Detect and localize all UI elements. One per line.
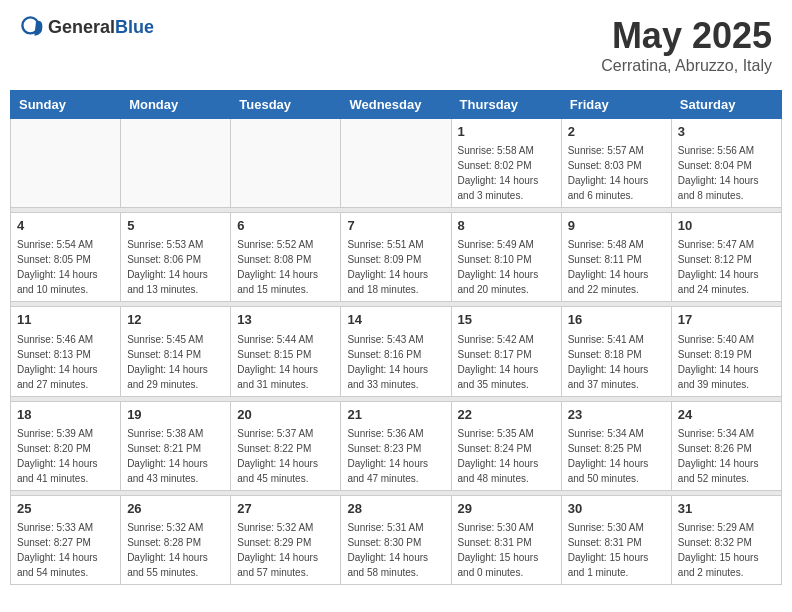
day-info: Sunrise: 5:39 AM Sunset: 8:20 PM Dayligh… [17,426,114,486]
week-row-3: 11Sunrise: 5:46 AM Sunset: 8:13 PM Dayli… [11,307,782,396]
day-number: 10 [678,217,775,235]
table-row: 31Sunrise: 5:29 AM Sunset: 8:32 PM Dayli… [671,495,781,584]
day-number: 20 [237,406,334,424]
table-row: 4Sunrise: 5:54 AM Sunset: 8:05 PM Daylig… [11,213,121,302]
table-row: 6Sunrise: 5:52 AM Sunset: 8:08 PM Daylig… [231,213,341,302]
day-info: Sunrise: 5:58 AM Sunset: 8:02 PM Dayligh… [458,143,555,203]
table-row: 13Sunrise: 5:44 AM Sunset: 8:15 PM Dayli… [231,307,341,396]
table-row: 17Sunrise: 5:40 AM Sunset: 8:19 PM Dayli… [671,307,781,396]
day-info: Sunrise: 5:41 AM Sunset: 8:18 PM Dayligh… [568,332,665,392]
table-row: 3Sunrise: 5:56 AM Sunset: 8:04 PM Daylig… [671,119,781,208]
table-row: 26Sunrise: 5:32 AM Sunset: 8:28 PM Dayli… [121,495,231,584]
table-row: 2Sunrise: 5:57 AM Sunset: 8:03 PM Daylig… [561,119,671,208]
day-number: 29 [458,500,555,518]
day-number: 4 [17,217,114,235]
table-row: 22Sunrise: 5:35 AM Sunset: 8:24 PM Dayli… [451,401,561,490]
day-number: 5 [127,217,224,235]
table-row: 24Sunrise: 5:34 AM Sunset: 8:26 PM Dayli… [671,401,781,490]
day-info: Sunrise: 5:30 AM Sunset: 8:31 PM Dayligh… [458,520,555,580]
day-number: 26 [127,500,224,518]
table-row: 10Sunrise: 5:47 AM Sunset: 8:12 PM Dayli… [671,213,781,302]
day-number: 21 [347,406,444,424]
day-number: 28 [347,500,444,518]
day-info: Sunrise: 5:51 AM Sunset: 8:09 PM Dayligh… [347,237,444,297]
header-friday: Friday [561,91,671,119]
day-number: 13 [237,311,334,329]
day-info: Sunrise: 5:29 AM Sunset: 8:32 PM Dayligh… [678,520,775,580]
table-row: 27Sunrise: 5:32 AM Sunset: 8:29 PM Dayli… [231,495,341,584]
table-row: 18Sunrise: 5:39 AM Sunset: 8:20 PM Dayli… [11,401,121,490]
table-row: 25Sunrise: 5:33 AM Sunset: 8:27 PM Dayli… [11,495,121,584]
day-info: Sunrise: 5:32 AM Sunset: 8:29 PM Dayligh… [237,520,334,580]
header-saturday: Saturday [671,91,781,119]
table-row: 20Sunrise: 5:37 AM Sunset: 8:22 PM Dayli… [231,401,341,490]
day-info: Sunrise: 5:37 AM Sunset: 8:22 PM Dayligh… [237,426,334,486]
table-row: 7Sunrise: 5:51 AM Sunset: 8:09 PM Daylig… [341,213,451,302]
logo-general: General [48,17,115,37]
table-row: 12Sunrise: 5:45 AM Sunset: 8:14 PM Dayli… [121,307,231,396]
day-number: 6 [237,217,334,235]
week-row-4: 18Sunrise: 5:39 AM Sunset: 8:20 PM Dayli… [11,401,782,490]
day-number: 30 [568,500,665,518]
day-info: Sunrise: 5:38 AM Sunset: 8:21 PM Dayligh… [127,426,224,486]
day-number: 22 [458,406,555,424]
day-info: Sunrise: 5:53 AM Sunset: 8:06 PM Dayligh… [127,237,224,297]
day-number: 9 [568,217,665,235]
logo: GeneralBlue [20,15,154,39]
week-row-2: 4Sunrise: 5:54 AM Sunset: 8:05 PM Daylig… [11,213,782,302]
day-number: 16 [568,311,665,329]
table-row: 15Sunrise: 5:42 AM Sunset: 8:17 PM Dayli… [451,307,561,396]
table-row: 1Sunrise: 5:58 AM Sunset: 8:02 PM Daylig… [451,119,561,208]
table-row: 16Sunrise: 5:41 AM Sunset: 8:18 PM Dayli… [561,307,671,396]
header-sunday: Sunday [11,91,121,119]
day-number: 25 [17,500,114,518]
title-area: May 2025 Cerratina, Abruzzo, Italy [601,15,772,75]
day-number: 11 [17,311,114,329]
table-row [231,119,341,208]
table-row [121,119,231,208]
day-info: Sunrise: 5:34 AM Sunset: 8:26 PM Dayligh… [678,426,775,486]
day-info: Sunrise: 5:35 AM Sunset: 8:24 PM Dayligh… [458,426,555,486]
day-info: Sunrise: 5:45 AM Sunset: 8:14 PM Dayligh… [127,332,224,392]
day-number: 7 [347,217,444,235]
table-row: 21Sunrise: 5:36 AM Sunset: 8:23 PM Dayli… [341,401,451,490]
day-number: 12 [127,311,224,329]
table-row: 14Sunrise: 5:43 AM Sunset: 8:16 PM Dayli… [341,307,451,396]
day-number: 27 [237,500,334,518]
day-info: Sunrise: 5:36 AM Sunset: 8:23 PM Dayligh… [347,426,444,486]
day-info: Sunrise: 5:44 AM Sunset: 8:15 PM Dayligh… [237,332,334,392]
day-info: Sunrise: 5:34 AM Sunset: 8:25 PM Dayligh… [568,426,665,486]
day-info: Sunrise: 5:46 AM Sunset: 8:13 PM Dayligh… [17,332,114,392]
table-row: 30Sunrise: 5:30 AM Sunset: 8:31 PM Dayli… [561,495,671,584]
day-number: 1 [458,123,555,141]
day-info: Sunrise: 5:33 AM Sunset: 8:27 PM Dayligh… [17,520,114,580]
table-row: 29Sunrise: 5:30 AM Sunset: 8:31 PM Dayli… [451,495,561,584]
day-info: Sunrise: 5:56 AM Sunset: 8:04 PM Dayligh… [678,143,775,203]
day-info: Sunrise: 5:31 AM Sunset: 8:30 PM Dayligh… [347,520,444,580]
day-info: Sunrise: 5:49 AM Sunset: 8:10 PM Dayligh… [458,237,555,297]
day-info: Sunrise: 5:48 AM Sunset: 8:11 PM Dayligh… [568,237,665,297]
table-row: 5Sunrise: 5:53 AM Sunset: 8:06 PM Daylig… [121,213,231,302]
day-info: Sunrise: 5:47 AM Sunset: 8:12 PM Dayligh… [678,237,775,297]
day-number: 19 [127,406,224,424]
day-info: Sunrise: 5:57 AM Sunset: 8:03 PM Dayligh… [568,143,665,203]
day-number: 3 [678,123,775,141]
table-row: 19Sunrise: 5:38 AM Sunset: 8:21 PM Dayli… [121,401,231,490]
day-info: Sunrise: 5:40 AM Sunset: 8:19 PM Dayligh… [678,332,775,392]
header-thursday: Thursday [451,91,561,119]
day-info: Sunrise: 5:32 AM Sunset: 8:28 PM Dayligh… [127,520,224,580]
day-number: 8 [458,217,555,235]
logo-blue: Blue [115,17,154,37]
day-info: Sunrise: 5:54 AM Sunset: 8:05 PM Dayligh… [17,237,114,297]
weekday-header-row: Sunday Monday Tuesday Wednesday Thursday… [11,91,782,119]
day-number: 23 [568,406,665,424]
day-info: Sunrise: 5:42 AM Sunset: 8:17 PM Dayligh… [458,332,555,392]
table-row [341,119,451,208]
logo-icon [20,15,44,39]
day-number: 14 [347,311,444,329]
table-row: 8Sunrise: 5:49 AM Sunset: 8:10 PM Daylig… [451,213,561,302]
table-row [11,119,121,208]
page-header: GeneralBlue May 2025 Cerratina, Abruzzo,… [10,10,782,80]
week-row-1: 1Sunrise: 5:58 AM Sunset: 8:02 PM Daylig… [11,119,782,208]
header-tuesday: Tuesday [231,91,341,119]
